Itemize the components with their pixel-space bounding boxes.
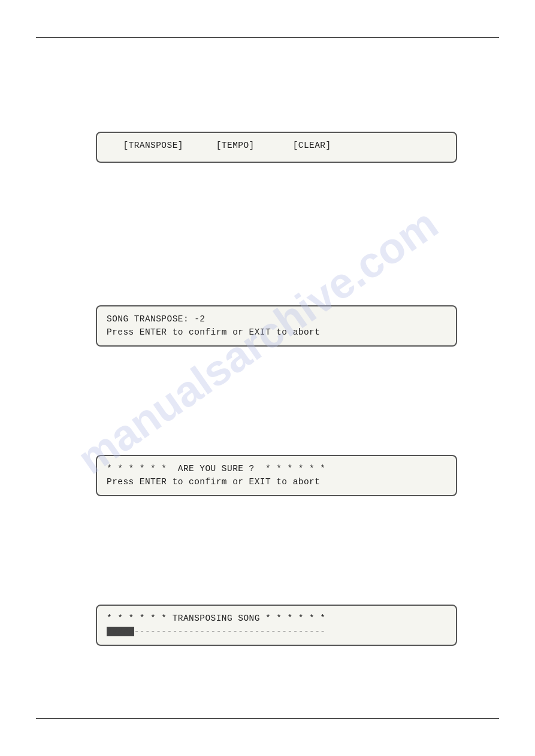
screen1: [TRANSPOSE] [TEMPO] [CLEAR] xyxy=(96,132,457,163)
screen2: SONG TRANSPOSE: -2 Press ENTER to confir… xyxy=(96,305,457,347)
top-rule xyxy=(36,37,499,38)
screen4: * * * * * * TRANSPOSING SONG * * * * * *… xyxy=(96,605,457,646)
screen4-line1: * * * * * * TRANSPOSING SONG * * * * * * xyxy=(107,612,446,625)
screen2-line2: Press ENTER to confirm or EXIT to abort xyxy=(107,326,446,339)
screen1-line1: [TRANSPOSE] [TEMPO] [CLEAR] xyxy=(107,139,446,152)
screen2-line1: SONG TRANSPOSE: -2 xyxy=(107,312,446,326)
screen3: * * * * * * ARE YOU SURE ? * * * * * * P… xyxy=(96,455,457,496)
screen3-line2: Press ENTER to confirm or EXIT to abort xyxy=(107,475,446,488)
screen3-line1: * * * * * * ARE YOU SURE ? * * * * * * xyxy=(107,462,446,475)
progress-filled: ##### xyxy=(107,627,134,636)
screen4-line2: #####----------------------------------- xyxy=(107,625,446,638)
progress-dots: ----------------------------------- xyxy=(134,627,326,636)
bottom-rule xyxy=(36,718,499,719)
